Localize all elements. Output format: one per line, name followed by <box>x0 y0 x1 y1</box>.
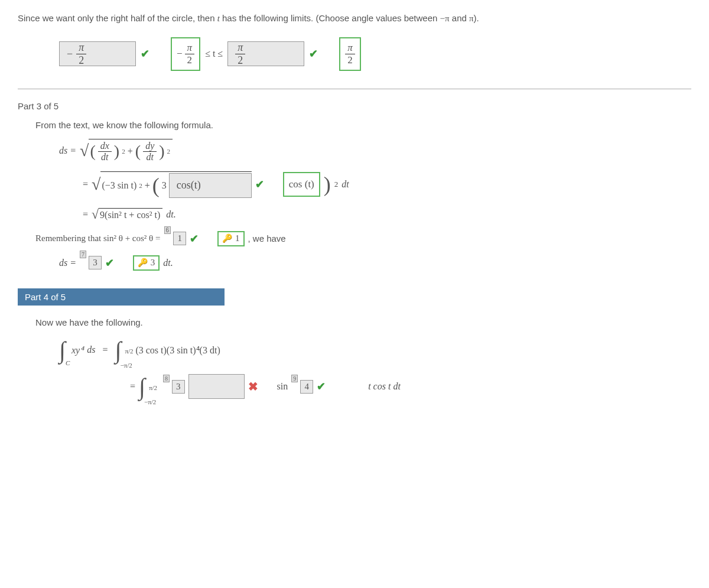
int-upper: π/2 <box>149 384 157 391</box>
dt: dt <box>98 152 112 163</box>
key-icon <box>222 233 233 244</box>
dt-final: dt. <box>163 258 173 268</box>
integrand1: (3 cos t)(3 sin t)⁴(3 dt) <box>135 345 220 356</box>
paren: ( <box>152 173 160 198</box>
exponent: 2 <box>167 148 171 155</box>
neg3sint: (−3 sin t) <box>102 180 136 191</box>
lower-limit-answer: − π2 <box>171 37 200 71</box>
dt: dt <box>342 179 349 190</box>
dx: dx <box>98 141 112 152</box>
and-text: and <box>450 13 469 23</box>
divider <box>18 89 691 89</box>
dy: dy <box>143 141 157 152</box>
integral-icon: ∫ <box>59 336 66 364</box>
field-badge-8: 8 <box>163 375 170 382</box>
identity-answer: 1 <box>217 231 244 246</box>
integral-icon: ∫ <box>139 373 145 401</box>
key-icon <box>138 258 148 268</box>
xy4: xy⁴ <box>71 345 83 356</box>
dt-period: dt. <box>166 209 175 220</box>
plus: + <box>128 146 133 157</box>
ds-equals: ds = <box>59 145 76 156</box>
paren: ) <box>114 142 119 161</box>
cost-input[interactable]: cos(t) <box>169 173 252 198</box>
exponent-input[interactable] <box>188 374 245 399</box>
field-badge-7: 7 <box>80 251 86 258</box>
upper-limit-input[interactable]: π2 <box>227 41 304 66</box>
equals: = <box>102 345 108 355</box>
we-have: , we have <box>248 233 286 243</box>
frac-num: π <box>185 42 195 54</box>
equals: = <box>130 381 135 392</box>
check-icon: ✔ <box>309 47 318 60</box>
sqrt-icon: √ <box>80 141 89 160</box>
sin-power-input[interactable]: 4 <box>300 380 313 394</box>
cost-answer: cos (t) <box>283 172 320 197</box>
coeff-input[interactable]: 3 <box>172 380 185 394</box>
paren: ( <box>135 142 141 161</box>
exponent: 2 <box>334 180 339 189</box>
pi: π <box>469 14 474 23</box>
ds-coeff-input[interactable]: 3 <box>89 256 102 269</box>
frac-den: 2 <box>345 54 355 66</box>
frac-den: 2 <box>235 54 245 67</box>
part-3-label: Part 3 of 5 <box>18 101 691 111</box>
frac-den: 2 <box>76 54 86 67</box>
ds-coeff-answer: 3 <box>133 255 160 271</box>
field-badge-9: 9 <box>291 375 298 382</box>
check-icon: ✔ <box>190 232 199 245</box>
frac-num: π <box>76 41 86 54</box>
part-4-header: Part 4 of 5 <box>18 288 225 306</box>
int-sub-c: C <box>66 359 70 366</box>
part4-intro: Now we have the following. <box>35 317 691 327</box>
remember-text: Remembering that sin² θ + cos² θ = <box>35 233 161 243</box>
sqrt-icon: √ <box>92 175 100 194</box>
int-upper: π/2 <box>125 347 133 355</box>
x-icon: ✖ <box>248 379 258 394</box>
answer-value: 1 <box>235 233 240 243</box>
int-lower: −π/2 <box>120 362 132 369</box>
nine-expr: 9(sin² t + cos² t) <box>100 210 160 220</box>
ds: ds <box>87 345 95 355</box>
frac-num: π <box>235 41 245 54</box>
int-lower: −π/2 <box>144 398 156 405</box>
integral-icon: ∫ <box>115 336 121 364</box>
exponent: 2 <box>122 148 125 155</box>
dt: dt <box>143 152 157 163</box>
ds-equals: ds = <box>59 258 76 268</box>
check-icon: ✔ <box>255 178 264 191</box>
frac-den: 2 <box>185 54 195 66</box>
frac-num: π <box>345 42 355 54</box>
tail-text: t cos t dt <box>368 381 401 392</box>
paren: ) <box>324 172 331 197</box>
field-badge-6: 6 <box>164 226 171 234</box>
equals: = <box>83 209 88 220</box>
lower-limit-input[interactable]: − π2 <box>59 41 136 66</box>
identity-input[interactable]: 1 <box>173 232 186 245</box>
exponent: 2 <box>139 182 142 189</box>
check-icon: ✔ <box>105 256 114 269</box>
three: 3 <box>162 180 167 191</box>
leq-t-leq: ≤ t ≤ <box>205 48 223 59</box>
sqrt-icon: √ <box>92 207 99 222</box>
intro-text: Since we want only the right half of the… <box>18 13 217 23</box>
neg-pi: −π <box>440 14 450 23</box>
paren: ( <box>90 142 95 161</box>
equals: = <box>83 179 88 190</box>
sin-text: sin <box>277 381 288 392</box>
check-icon: ✔ <box>141 47 149 60</box>
plus: + <box>145 180 150 191</box>
intro-text-2: has the following limits. (Choose angle … <box>220 13 440 23</box>
paren: ) <box>159 142 164 161</box>
upper-limit-answer: π2 <box>339 37 361 71</box>
answer-value: 3 <box>151 258 155 267</box>
intro-text-3: ). <box>474 13 479 23</box>
part3-intro: From the text, we know the following for… <box>35 120 691 130</box>
check-icon: ✔ <box>317 380 326 393</box>
